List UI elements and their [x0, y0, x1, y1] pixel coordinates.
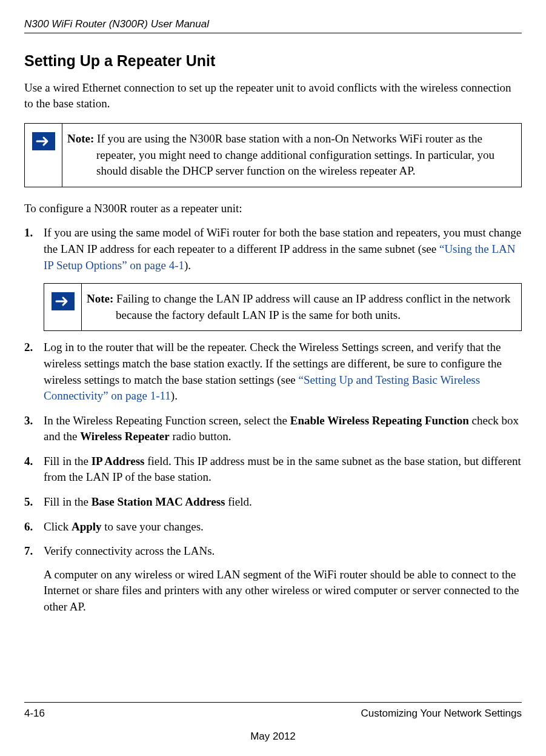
header-rule	[24, 33, 522, 33]
manual-title: N300 WiFi Router (N300R) User Manual	[24, 17, 522, 32]
step-text: Fill in the	[44, 455, 92, 467]
note-body: Failing to change the LAN IP address wil…	[113, 292, 510, 321]
note-icon-cell	[44, 284, 82, 330]
note-box-2: Note: Failing to change the LAN IP addre…	[44, 283, 522, 331]
ui-element-name: IP Address	[92, 455, 145, 467]
list-item: If you are using the same model of WiFi …	[24, 225, 522, 331]
page-number: 4-16	[24, 706, 45, 721]
step-text: Verify connectivity across the LANs.	[44, 544, 215, 557]
note-text: Note: Failing to change the LAN IP addre…	[82, 284, 521, 330]
note-label: Note:	[67, 132, 94, 145]
ui-element-name: Base Station MAC Address	[92, 495, 225, 508]
list-item: Click Apply to save your changes.	[24, 519, 522, 535]
step-text: In the Wireless Repeating Function scree…	[44, 414, 290, 427]
step-text: radio button.	[170, 430, 231, 443]
step-text: Fill in the	[44, 495, 92, 508]
ui-element-name: Apply	[72, 520, 102, 533]
note-icon-cell	[25, 124, 62, 187]
arrow-right-icon	[32, 132, 55, 150]
list-item: In the Wireless Repeating Function scree…	[24, 413, 522, 445]
footer-rule	[24, 702, 522, 703]
step-text: ).	[184, 259, 191, 272]
note-text: Note: If you are using the N300R base st…	[62, 124, 521, 187]
note-body: If you are using the N300R base station …	[94, 132, 494, 177]
step-text: to save your changes.	[102, 520, 204, 533]
list-item: Log in to the router that will be the re…	[24, 340, 522, 404]
steps-list: If you are using the same model of WiFi …	[24, 225, 522, 615]
step-text: ).	[171, 389, 178, 402]
pre-list-text: To configure a N300R router as a repeate…	[24, 201, 522, 217]
note-label: Note:	[87, 292, 113, 305]
list-item: Fill in the IP Address field. This IP ad…	[24, 453, 522, 486]
step-sub-text: A computer on any wireless or wired LAN …	[44, 567, 522, 615]
page-footer: 4-16 Customizing Your Network Settings M…	[24, 702, 522, 744]
ui-element-name: Wireless Repeater	[80, 430, 170, 443]
footer-date: May 2012	[24, 729, 522, 744]
section-intro: Use a wired Ethernet connection to set u…	[24, 80, 522, 112]
note-box-1: Note: If you are using the N300R base st…	[24, 123, 522, 187]
arrow-right-icon	[52, 292, 75, 310]
step-text: field.	[225, 495, 251, 508]
chapter-title: Customizing Your Network Settings	[361, 706, 522, 721]
step-text: Click	[44, 520, 72, 533]
ui-element-name: Enable Wireless Repeating Function	[290, 414, 469, 427]
section-heading: Setting Up a Repeater Unit	[24, 50, 522, 72]
list-item: Verify connectivity across the LANs. A c…	[24, 543, 522, 615]
list-item: Fill in the Base Station MAC Address fie…	[24, 494, 522, 510]
